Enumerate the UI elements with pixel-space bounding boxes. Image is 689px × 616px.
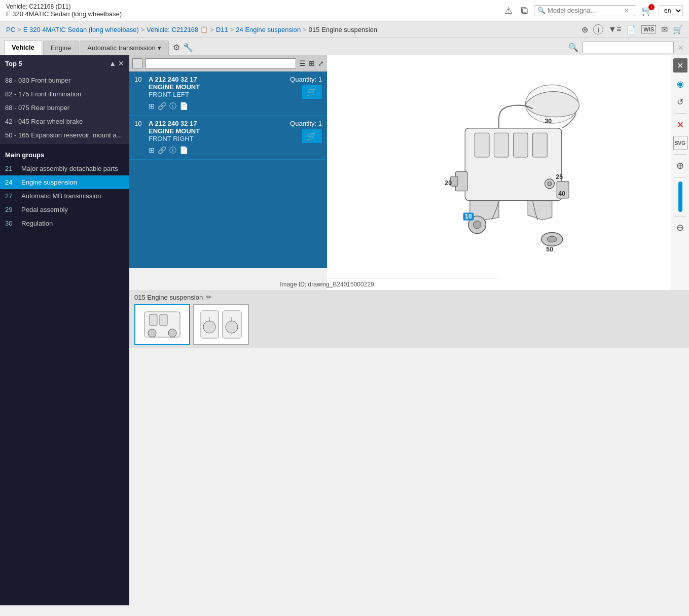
breadcrumb-engine-suspension-group[interactable]: 24 Engine suspension: [236, 26, 301, 33]
svg-text:40: 40: [558, 190, 565, 197]
svg-point-25: [148, 329, 156, 337]
group-num-29: 29: [5, 206, 17, 213]
tab-automatic-transmission[interactable]: Automatic transmission ▾: [80, 41, 168, 55]
tab-engine[interactable]: Engine: [43, 41, 79, 55]
sidebar-top5-section: Top 5 ▲ ✕ 88 - 030 Front bumper 82 - 175…: [0, 55, 129, 144]
zoom-in-breadcrumb-icon[interactable]: ⊕: [582, 25, 588, 34]
part-2-table-icon[interactable]: ⊞: [149, 146, 155, 155]
right-toolbar: ✕ ◉ ↺ ✕ SVG ⊕ ⊖: [671, 55, 689, 290]
part-1-cart-btn[interactable]: 🛒: [302, 85, 322, 99]
parts-search-bar[interactable]: [146, 58, 296, 68]
part-row-2-header: 10 A 212 240 32 17 ENGINE MOUNT FRONT RI…: [134, 120, 322, 143]
svg-text:30: 30: [545, 118, 552, 125]
sidebar-group-29[interactable]: 29 Pedal assembly: [0, 203, 129, 216]
model-search-input[interactable]: [548, 7, 624, 14]
engine-diagram-svg: 10 20 25 30 40: [397, 65, 600, 268]
thumbnail-2[interactable]: [193, 304, 249, 345]
tab-search-clear-icon[interactable]: ✕: [677, 43, 685, 53]
thumbnail-1[interactable]: [134, 304, 190, 345]
top5-minimize-btn[interactable]: ✕: [118, 59, 124, 67]
svg-rect-5: [533, 133, 548, 157]
svg-text:50: 50: [546, 246, 553, 253]
part-row-1[interactable]: 10 A 212 240 32 17 ENGINE MOUNT FRONT LE…: [129, 71, 327, 116]
rt-zoom-slider[interactable]: [678, 182, 682, 212]
part-2-subname: FRONT RIGHT: [149, 135, 290, 142]
sidebar-top5-item-4[interactable]: 42 - 045 Rear wheel brake: [0, 115, 129, 128]
part-1-subname: FRONT LEFT: [149, 91, 290, 98]
wis-icon[interactable]: WIS: [641, 25, 656, 33]
part-2-info-icon[interactable]: ⓘ: [169, 146, 176, 155]
filter-icon[interactable]: ▼≡: [608, 25, 621, 34]
rt-divider-3: [674, 177, 686, 177]
parts-list-view-icon[interactable]: ☰: [299, 59, 306, 67]
tab-search-area: 🔍 ✕: [567, 42, 685, 53]
group-num-24: 24: [5, 178, 17, 186]
language-select[interactable]: en: [659, 5, 683, 16]
rt-cross-btn[interactable]: ✕: [673, 118, 687, 132]
rt-eye-btn[interactable]: ◉: [673, 77, 687, 91]
part-2-link-icon[interactable]: 🔗: [158, 146, 166, 155]
warning-icon[interactable]: ⚠: [502, 4, 515, 17]
rt-svg-btn[interactable]: SVG: [673, 136, 687, 150]
parts-grid-view-icon[interactable]: ⊞: [309, 59, 315, 67]
copy-icon[interactable]: ⧉: [519, 4, 530, 17]
engine-diagram-container[interactable]: 10 20 25 30 40: [327, 55, 671, 278]
thumb-2-svg: [198, 307, 244, 342]
document-icon[interactable]: 📄: [626, 25, 636, 34]
svg-point-26: [168, 329, 176, 337]
tab-gear-icon[interactable]: ⚙: [172, 42, 181, 53]
cart-alert-icon[interactable]: 🛒!: [639, 4, 655, 17]
sidebar-group-21[interactable]: 21 Major assembly detachable parts: [0, 162, 129, 175]
rt-zoom-in-btn[interactable]: ⊕: [673, 159, 687, 173]
svg-rect-23: [150, 314, 157, 325]
breadcrumb: PC > E 320 4MATIC Sedan (long wheelbase)…: [0, 21, 689, 38]
breadcrumb-pc[interactable]: PC: [6, 26, 15, 33]
bottom-edit-icon[interactable]: ✏: [206, 293, 212, 301]
sidebar-group-30[interactable]: 30 Regulation: [0, 216, 129, 230]
tab-search-input[interactable]: [583, 42, 674, 53]
breadcrumb-d11[interactable]: D11: [216, 26, 228, 33]
tab-search-icon[interactable]: 🔍: [567, 42, 579, 53]
part-2-doc-icon[interactable]: 📄: [179, 146, 188, 155]
top5-label: Top 5: [5, 60, 22, 67]
search-clear-icon[interactable]: ✕: [624, 7, 630, 15]
mail-icon[interactable]: ✉: [661, 25, 668, 34]
svg-rect-3: [494, 133, 509, 157]
search-magnifier-icon: 🔍: [537, 7, 546, 14]
sidebar-group-27[interactable]: 27 Automatic MB transmission: [0, 189, 129, 203]
rt-zoom-out-btn[interactable]: ⊖: [673, 221, 687, 235]
info-icon[interactable]: i: [593, 24, 603, 34]
header: Vehicle: C212168 (D11) E 320 4MATIC Seda…: [0, 0, 689, 21]
sidebar-top5-item-2[interactable]: 82 - 175 Front illumination: [0, 87, 129, 101]
parts-expand-icon[interactable]: ⤢: [318, 59, 324, 67]
sidebar-top5-item-3[interactable]: 88 - 075 Rear bumper: [0, 101, 129, 115]
part-1-qty: Quantity: 1 🛒: [290, 76, 322, 99]
cart-breadcrumb-icon[interactable]: 🛒: [673, 25, 683, 34]
top5-collapse-btn[interactable]: ▲: [109, 59, 116, 67]
tab-vehicle[interactable]: Vehicle: [4, 40, 42, 55]
parts-checkbox[interactable]: [132, 58, 142, 68]
part-1-info-icon[interactable]: ⓘ: [169, 102, 176, 111]
part-2-cart-btn[interactable]: 🛒: [302, 129, 322, 143]
part-1-link-icon[interactable]: 🔗: [158, 102, 166, 111]
tab-bike-icon[interactable]: 🔧: [182, 42, 194, 53]
header-controls: ⚠ ⧉ 🔍 ✕ 🛒! en: [502, 4, 683, 17]
copy-vehicle-icon[interactable]: 📋: [200, 26, 208, 33]
part-row-2[interactable]: 10 A 212 240 32 17 ENGINE MOUNT FRONT RI…: [129, 116, 327, 160]
sidebar-top5-item-5[interactable]: 50 - 165 Expansion reservoir, mount a...: [0, 128, 129, 142]
part-1-table-icon[interactable]: ⊞: [149, 102, 155, 111]
group-name-30: Regulation: [21, 220, 53, 227]
thumbnails-container: [134, 304, 684, 345]
breadcrumb-vehicle[interactable]: Vehicle: C212168: [147, 26, 198, 33]
rt-close-btn[interactable]: ✕: [673, 58, 687, 73]
svg-point-14: [548, 182, 552, 186]
rt-history-btn[interactable]: ↺: [673, 95, 687, 109]
breadcrumb-model[interactable]: E 320 4MATIC Sedan (long wheelbase): [23, 26, 139, 33]
part-1-doc-icon[interactable]: 📄: [179, 102, 188, 111]
sidebar-top5-header: Top 5 ▲ ✕: [0, 55, 129, 71]
sidebar-group-24[interactable]: 24 Engine suspension: [0, 175, 129, 189]
part-1-name: ENGINE MOUNT: [149, 83, 290, 91]
sidebar-top5-item-1[interactable]: 88 - 030 Front bumper: [0, 74, 129, 87]
vehicle-id: Vehicle: C212168 (D11): [6, 3, 122, 10]
bottom-panel-title-text: 015 Engine suspension: [134, 294, 203, 301]
